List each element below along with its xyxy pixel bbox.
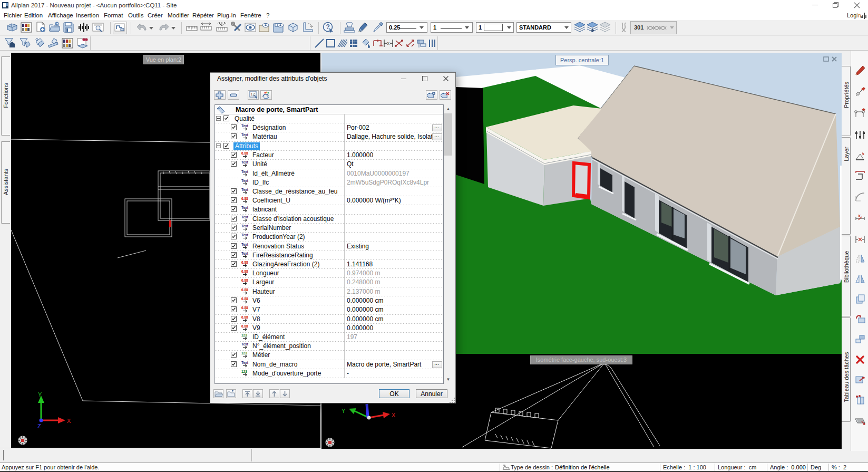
svg-text:x: x <box>387 41 390 46</box>
svg-text:?: ? <box>326 23 330 31</box>
svg-text:Y: Y <box>38 391 42 398</box>
svg-text:X: X <box>67 418 71 424</box>
svg-text:x: x <box>858 213 861 218</box>
svg-text:Y: Y <box>342 408 346 414</box>
svg-text:X: X <box>392 412 396 418</box>
svg-text:Z: Z <box>37 423 41 429</box>
